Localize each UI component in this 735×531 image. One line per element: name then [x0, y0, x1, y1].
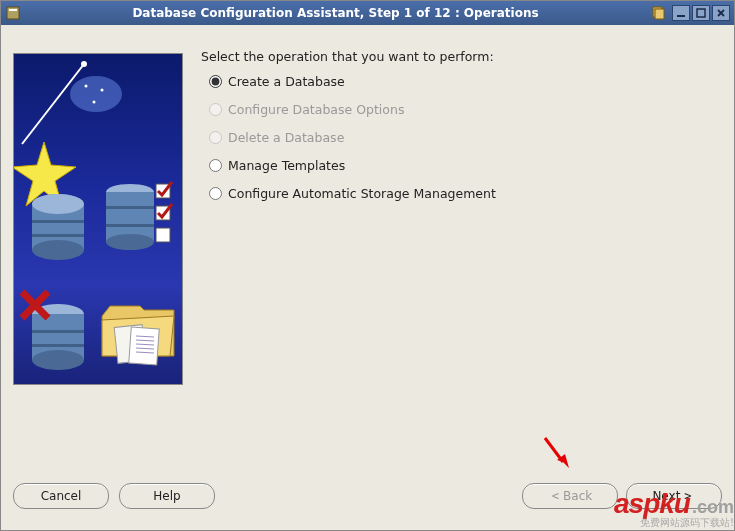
svg-rect-5 — [697, 9, 705, 17]
svg-rect-24 — [106, 206, 154, 209]
svg-point-17 — [32, 240, 84, 260]
option-label: Configure Database Options — [228, 102, 404, 117]
titlebar: Database Configuration Assistant, Step 1… — [1, 1, 734, 25]
button-label: Cancel — [41, 489, 82, 503]
window-title: Database Configuration Assistant, Step 1… — [27, 6, 644, 20]
app-icon — [5, 5, 21, 21]
radio-delete-database — [209, 131, 222, 144]
radio-create-database[interactable] — [209, 75, 222, 88]
radio-configure-database-options — [209, 103, 222, 116]
svg-rect-28 — [156, 228, 170, 242]
radio-configure-asm[interactable] — [209, 187, 222, 200]
nav-buttons: < Back Next > — [522, 483, 722, 509]
button-label: Help — [153, 489, 180, 503]
cancel-button[interactable]: Cancel — [13, 483, 109, 509]
radio-manage-templates[interactable] — [209, 159, 222, 172]
svg-rect-3 — [655, 9, 664, 19]
close-button[interactable] — [712, 5, 730, 21]
window: Database Configuration Assistant, Step 1… — [0, 0, 735, 531]
option-label: Manage Templates — [228, 158, 345, 173]
svg-point-20 — [32, 194, 84, 214]
svg-rect-33 — [32, 344, 84, 347]
svg-point-23 — [106, 234, 154, 250]
option-configure-database-options: Configure Database Options — [209, 102, 712, 117]
content-area: Select the operation that you want to pe… — [1, 25, 734, 472]
help-button[interactable]: Help — [119, 483, 215, 509]
svg-point-9 — [81, 61, 87, 67]
prompt-text: Select the operation that you want to pe… — [201, 49, 712, 64]
svg-point-12 — [101, 89, 104, 92]
svg-point-31 — [32, 350, 84, 370]
button-label: Back — [563, 489, 592, 503]
restore-app-icon — [650, 5, 666, 21]
option-label: Configure Automatic Storage Management — [228, 186, 496, 201]
svg-rect-25 — [106, 224, 154, 227]
svg-point-13 — [93, 101, 96, 104]
option-manage-templates[interactable]: Manage Templates — [209, 158, 712, 173]
operation-options: Create a Database Configure Database Opt… — [209, 74, 712, 201]
svg-rect-18 — [32, 220, 84, 223]
svg-point-11 — [85, 85, 88, 88]
option-label: Create a Database — [228, 74, 345, 89]
minimize-button[interactable] — [672, 5, 690, 21]
next-button[interactable]: Next > — [626, 483, 722, 509]
chevron-right-icon: > — [684, 489, 691, 503]
option-create-database[interactable]: Create a Database — [209, 74, 712, 89]
wizard-footer: Cancel Help < Back Next > aspku.com 免费网站… — [1, 472, 734, 530]
svg-rect-0 — [7, 7, 19, 19]
svg-rect-37 — [129, 327, 159, 365]
svg-rect-19 — [32, 234, 84, 237]
maximize-button[interactable] — [692, 5, 710, 21]
svg-point-10 — [70, 76, 122, 112]
window-controls — [672, 5, 730, 21]
svg-rect-1 — [9, 9, 17, 11]
chevron-left-icon: < — [552, 489, 559, 503]
back-button: < Back — [522, 483, 618, 509]
option-configure-asm[interactable]: Configure Automatic Storage Management — [209, 186, 712, 201]
option-delete-database: Delete a Database — [209, 130, 712, 145]
main-panel: Select the operation that you want to pe… — [183, 39, 722, 472]
wizard-side-graphic — [13, 53, 183, 385]
watermark-subtitle: 免费网站源码下载站! — [614, 516, 734, 530]
svg-rect-4 — [677, 15, 685, 17]
option-label: Delete a Database — [228, 130, 344, 145]
button-label: Next — [652, 489, 680, 503]
svg-rect-32 — [32, 330, 84, 333]
